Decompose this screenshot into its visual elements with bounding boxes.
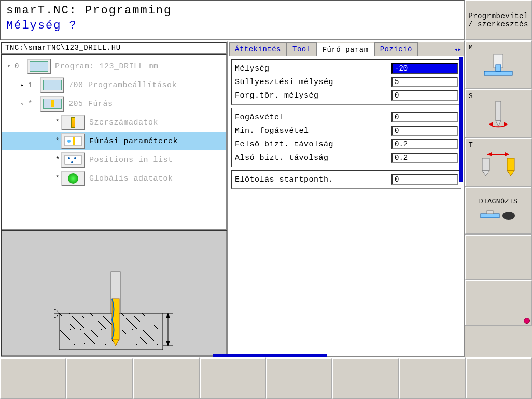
param-group: Elötolás startponth.	[231, 170, 461, 189]
param-row: Alsó bizt. távolság	[235, 151, 458, 164]
right-rail: Progrmbevitel / szerkesztés M S T	[465, 0, 532, 357]
tab-0[interactable]: Áttekintés	[229, 42, 287, 56]
tree-item-0[interactable]: ▿0Program: 123_DRILL mm	[2, 57, 226, 76]
spindle-icon	[480, 98, 516, 129]
tree-node-icon	[40, 77, 64, 93]
param-label: Fogásvétel	[235, 113, 391, 122]
svg-rect-3	[65, 155, 81, 164]
tree-bullet: *	[54, 156, 61, 164]
svg-rect-50	[487, 211, 493, 214]
file-path: TNC:\smarTNC\123_DRILL.HU	[1, 42, 227, 54]
param-input[interactable]	[391, 174, 458, 185]
softkey-4[interactable]	[200, 357, 266, 399]
svg-marker-43	[487, 152, 492, 156]
param-label: Mélység	[235, 64, 391, 73]
tab-bar: ÁttekintésToolFúró paramPozíció◂▸	[229, 42, 464, 56]
svg-marker-33	[166, 313, 170, 318]
header-bar: smarT.NC: Programming Mélység ?	[0, 0, 465, 40]
tree-item-2[interactable]: ▿*205 Fúrás	[2, 94, 226, 113]
softkey-1[interactable]	[0, 357, 66, 399]
app-title: smarT.NC: Programming	[6, 4, 458, 17]
softkey-page-indicator	[213, 354, 327, 357]
svg-rect-45	[482, 158, 489, 171]
param-row: Forg.tör. mélység	[235, 89, 458, 102]
tree-label: Positions in list	[89, 156, 173, 164]
mode-label: Progrmbevitel / szerkesztés	[465, 0, 532, 40]
softkey-3[interactable]	[133, 357, 200, 399]
param-input[interactable]	[391, 139, 458, 149]
softkey-6[interactable]	[332, 357, 399, 399]
param-input[interactable]	[391, 77, 458, 87]
param-input[interactable]	[391, 63, 458, 74]
softkey-8[interactable]	[466, 357, 532, 399]
tree-node-icon	[27, 59, 51, 74]
tab-1[interactable]: Tool	[287, 42, 317, 56]
tree-index: *	[26, 100, 40, 108]
rail-t-label: T	[469, 141, 473, 149]
param-area: MélységSüllyesztési mélységForg.tör. mél…	[229, 56, 464, 356]
param-input[interactable]	[391, 90, 458, 101]
softkey-7[interactable]	[399, 357, 466, 399]
tree-node-icon	[40, 96, 64, 112]
rail-button-s[interactable]: S	[465, 89, 532, 138]
tree-label: Globális adatatok	[89, 174, 173, 183]
mode-label-line1: Progrmbevitel	[468, 12, 528, 20]
param-input[interactable]	[391, 112, 458, 122]
param-group: MélységSüllyesztési mélységForg.tör. mél…	[231, 59, 461, 105]
tab-2[interactable]: Fúró param	[317, 43, 374, 56]
rail-button-m[interactable]: M	[465, 40, 532, 89]
param-input[interactable]	[391, 126, 458, 136]
drill-preview-icon	[54, 263, 189, 361]
panel-scroll-indicator[interactable]	[459, 57, 463, 182]
svg-rect-49	[481, 214, 499, 218]
svg-point-6	[71, 161, 73, 163]
status-dot-icon	[524, 318, 530, 324]
diag-label: DIAGNÓZIS	[479, 198, 518, 205]
rail-button-empty-1[interactable]	[465, 235, 532, 280]
svg-point-4	[68, 157, 70, 159]
softkey-bar	[0, 357, 532, 399]
tree-bullet: *	[54, 174, 61, 183]
svg-marker-46	[482, 171, 489, 176]
tree-item-4[interactable]: *Fúrási paraméterek	[2, 132, 226, 150]
rail-button-empty-2[interactable]	[465, 280, 532, 326]
param-row: Min. fogásvétel	[235, 124, 458, 137]
svg-point-51	[502, 212, 515, 220]
tab-scroll-arrows[interactable]: ◂▸	[452, 44, 464, 56]
softkey-2[interactable]	[66, 357, 133, 399]
param-row: Elötolás startponth.	[235, 173, 458, 186]
svg-rect-37	[496, 65, 501, 71]
tree-item-3[interactable]: *Szerszámadatok	[2, 113, 226, 132]
tree-expander-icon[interactable]: ▸	[19, 82, 26, 88]
svg-rect-1	[73, 137, 75, 145]
tree-bullet: *	[54, 118, 61, 127]
tree-item-6[interactable]: *Globális adatatok	[2, 169, 226, 188]
svg-marker-39	[496, 121, 501, 126]
tree-index: 1	[26, 81, 40, 89]
tree-expander-icon[interactable]: ▿	[5, 63, 12, 70]
program-tree[interactable]: ▿0Program: 123_DRILL mm▸1700 Programbeál…	[1, 54, 227, 230]
param-row: Mélység	[235, 62, 458, 75]
tree-panel: TNC:\smarTNC\123_DRILL.HU ▿0Program: 123…	[0, 40, 228, 357]
rail-m-label: M	[469, 44, 473, 51]
machine-icon	[480, 50, 516, 79]
mode-label-line2: / szerkesztés	[468, 20, 528, 29]
param-input[interactable]	[391, 153, 458, 163]
tree-item-5[interactable]: *Positions in list	[2, 150, 226, 169]
rail-button-t[interactable]: T	[465, 138, 532, 187]
tree-item-1[interactable]: ▸1700 Programbeállítások	[2, 76, 226, 94]
parameter-panel: ÁttekintésToolFúró paramPozíció◂▸ Mélysé…	[228, 40, 465, 357]
softkey-5[interactable]	[266, 357, 332, 399]
svg-marker-44	[505, 152, 509, 156]
tab-3[interactable]: Pozíció	[374, 42, 418, 56]
rail-button-diagnosis[interactable]: DIAGNÓZIS	[465, 187, 532, 235]
tree-expander-icon[interactable]: ▿	[19, 101, 26, 107]
param-row: Süllyesztési mélység	[235, 75, 458, 89]
svg-marker-48	[507, 171, 514, 176]
preview-area	[1, 230, 227, 356]
param-row: Fogásvétel	[235, 111, 458, 124]
svg-rect-47	[507, 158, 514, 171]
svg-rect-38	[496, 101, 501, 121]
tree-label: 700 Programbeállítások	[68, 81, 177, 90]
param-label: Min. fogásvétel	[235, 127, 391, 135]
